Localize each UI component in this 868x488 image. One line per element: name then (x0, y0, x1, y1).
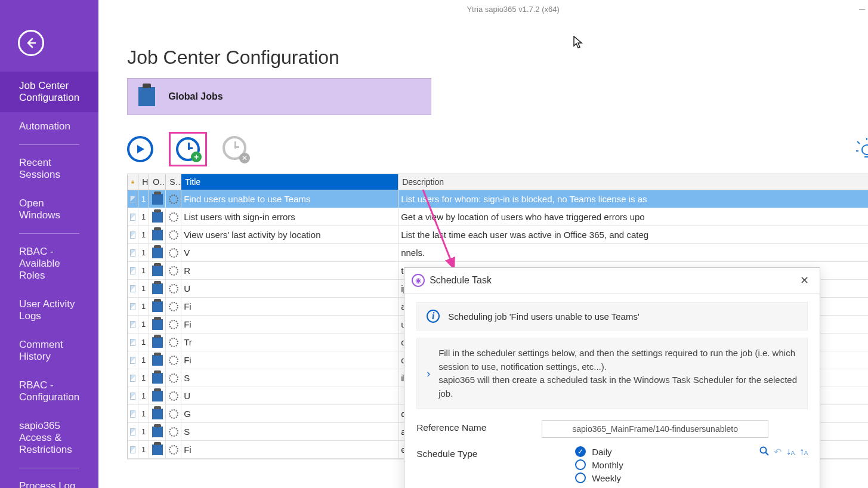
svg-line-2 (857, 141, 860, 144)
folder-icon (152, 319, 163, 330)
svg-line-10 (766, 453, 769, 456)
sidebar-item-rbac-config[interactable]: RBAC - Configuration (0, 371, 98, 412)
row-description: List the last time each user was active … (399, 226, 868, 243)
gear-icon (169, 248, 178, 258)
gear-icon (169, 445, 178, 455)
radio-weekly[interactable]: Weekly (575, 472, 808, 483)
sidebar-item-process-log[interactable]: Process Log (0, 472, 98, 488)
gear-icon (169, 391, 178, 401)
table-row[interactable]: 1List users with sign-in errorsGet a vie… (128, 208, 868, 226)
schedule-remove-button[interactable]: ✕ (223, 136, 249, 162)
global-jobs-card[interactable]: Global Jobs (127, 78, 431, 115)
search-icon[interactable] (759, 446, 769, 458)
gear-icon (169, 373, 178, 383)
gear-icon (169, 409, 178, 419)
col-s[interactable]: S... (166, 174, 181, 190)
dialog-close-button[interactable]: ✕ (796, 273, 813, 288)
row-title: View users' last activity by location (181, 226, 399, 243)
folder-icon (152, 355, 163, 366)
row-description: Get a view by location of users who have… (399, 208, 868, 226)
minimize-button[interactable]: ─ (849, 0, 868, 18)
col-title[interactable]: Title (181, 174, 399, 190)
row-number: 1 (138, 280, 149, 297)
svg-point-9 (761, 447, 767, 453)
row-description: nnels. (399, 244, 868, 261)
folder-icon (152, 373, 163, 384)
sidebar-item-access-restrictions[interactable]: sapio365 Access & Restrictions (0, 412, 98, 464)
edit-icon (130, 196, 135, 203)
table-row[interactable]: 1View users' last activity by locationLi… (128, 226, 868, 244)
info-box: i Scheduling job 'Find users unable to u… (416, 302, 808, 331)
row-title: Tr (181, 333, 399, 351)
reference-name-label: Reference Name (416, 420, 542, 433)
reference-name-input[interactable] (542, 420, 768, 438)
radio-monthly[interactable]: Monthly (575, 459, 808, 470)
row-description: List users for whom: sign-in is blocked,… (399, 190, 868, 208)
svg-rect-7 (132, 182, 134, 184)
sidebar-item-job-center[interactable]: Job Center Configuration (0, 72, 98, 112)
row-title: List users with sign-in errors (181, 208, 399, 226)
row-number: 1 (138, 387, 149, 404)
divider (19, 233, 79, 234)
edit-icon (130, 321, 135, 328)
row-number: 1 (138, 244, 149, 261)
row-number: 1 (138, 441, 149, 458)
edit-icon (130, 393, 135, 400)
svg-point-0 (862, 145, 868, 155)
folder-icon (152, 212, 163, 223)
row-number: 1 (138, 190, 149, 208)
run-job-button[interactable] (127, 136, 153, 162)
edit-icon (130, 375, 135, 382)
gear-icon (169, 212, 178, 222)
row-title: Fi (181, 316, 399, 333)
row-title: U (181, 387, 399, 404)
sidebar-item-comment-history[interactable]: Comment History (0, 331, 98, 371)
edit-icon (130, 249, 135, 257)
col-o[interactable]: O... (149, 174, 166, 190)
gear-icon (169, 302, 178, 311)
row-title: Fi (181, 351, 399, 369)
back-button[interactable] (18, 30, 44, 56)
edit-icon (130, 428, 135, 436)
row-number: 1 (138, 369, 149, 387)
row-number: 1 (138, 298, 149, 315)
edit-icon (130, 231, 135, 239)
row-number: 1 (138, 316, 149, 333)
dialog-title: Schedule Task (430, 275, 492, 286)
info-icon: i (427, 310, 440, 323)
col-description[interactable]: Description (399, 174, 868, 190)
global-jobs-label: Global Jobs (168, 91, 223, 102)
row-title: Find users unable to use Teams (181, 190, 399, 208)
folder-icon (152, 301, 163, 312)
gear-icon (169, 338, 178, 347)
row-number: 1 (138, 333, 149, 351)
schedule-add-button[interactable]: + (169, 132, 207, 166)
sidebar-item-open-windows[interactable]: Open Windows (0, 189, 98, 230)
titlebar: Ytria sapio365 v1.7.2 (x64) ─ ▢ ✕ (98, 0, 868, 18)
col-lock[interactable] (128, 174, 138, 190)
sidebar-item-recent-sessions[interactable]: Recent Sessions (0, 149, 98, 189)
table-row[interactable]: 1Vnnels. (128, 244, 868, 262)
col-h[interactable]: H (138, 174, 149, 190)
row-title: S (181, 423, 399, 440)
row-title: S (181, 369, 399, 387)
main: Ytria sapio365 v1.7.2 (x64) ─ ▢ ✕ Job Ce… (98, 0, 868, 488)
sort-desc-icon[interactable]: ↓A (786, 446, 795, 458)
clipboard-icon (138, 87, 155, 106)
tips-icon[interactable] (855, 137, 868, 162)
undo-icon[interactable]: ↶ (774, 446, 781, 458)
gear-icon (169, 194, 178, 204)
sidebar-item-automation[interactable]: Automation (0, 112, 98, 141)
sidebar-item-rbac-roles[interactable]: RBAC - Available Roles (0, 237, 98, 290)
row-title: Fi (181, 298, 399, 315)
table-row[interactable]: 1Find users unable to use TeamsList user… (128, 190, 868, 208)
row-number: 1 (138, 351, 149, 369)
page-title: Job Center Configuration (127, 47, 868, 69)
row-number: 1 (138, 423, 149, 440)
instruction-box: › Fill in the scheduler settings below, … (416, 338, 808, 409)
expand-chevron-icon[interactable]: › (427, 367, 430, 380)
sort-asc-icon[interactable]: ↑A (799, 446, 808, 458)
edit-icon (130, 410, 135, 418)
sidebar-item-activity-logs[interactable]: User Activity Logs (0, 290, 98, 331)
folder-icon (152, 194, 163, 205)
